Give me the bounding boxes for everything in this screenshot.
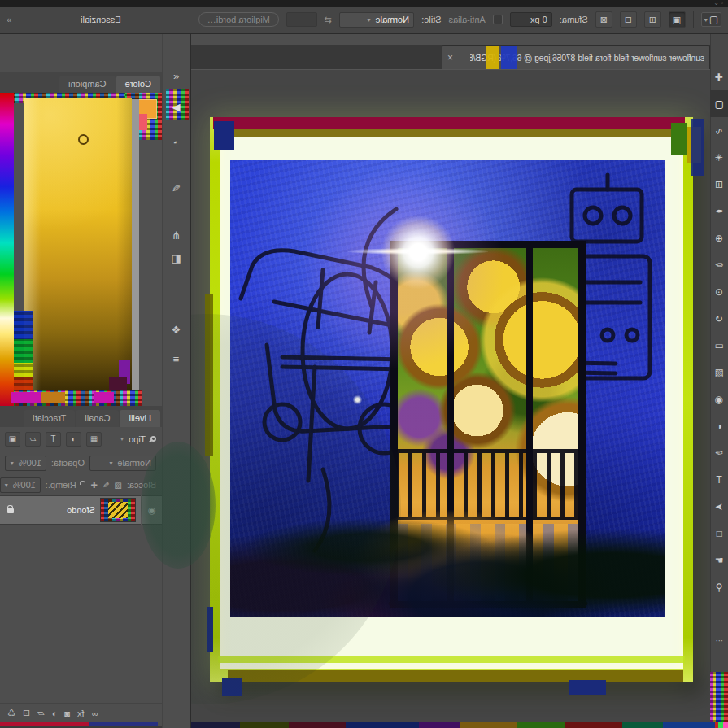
color-picker-glitched[interactable]	[0, 93, 162, 406]
options-bar: ▢ ▾ ▣ ⊞ ⊟ ⊠ Sfuma: 0 px Anti-alias Stile…	[0, 7, 728, 34]
layer-row-sfondo[interactable]: ◉ Sfondo	[0, 495, 162, 525]
adjustment-layer-icon[interactable]: ◑	[52, 708, 58, 718]
add-selection-button[interactable]: ⊞	[644, 11, 661, 28]
document-image-frame[interactable]	[210, 117, 693, 682]
blend-mode-select[interactable]: Normale ▾	[89, 456, 156, 471]
panel-dock: « ▶ ◔ ✎ ⋔ ◧ ❖ ≡ Colore Campioni	[0, 34, 191, 728]
antialias-label: Anti-alias	[449, 15, 486, 24]
dodge-tool[interactable]: ◐	[710, 412, 728, 439]
color-cursor-ring[interactable]	[78, 134, 89, 145]
tab-canali[interactable]: Canali	[76, 410, 119, 427]
hue-spectrum-strip[interactable]	[0, 93, 14, 406]
collapse-dock-icon[interactable]: «	[162, 70, 190, 82]
filter-adjustment-layers-icon[interactable]: ◑	[66, 432, 81, 447]
shape-tool[interactable]: □	[710, 520, 728, 547]
lock-pixels-icon[interactable]: ✎	[102, 481, 109, 490]
close-tab-icon[interactable]: ×	[447, 52, 453, 63]
gradient-tool[interactable]: ▨	[710, 359, 728, 386]
clone-stamp-tool[interactable]: ⊙	[710, 278, 728, 305]
history-brush-tool[interactable]: ↺	[710, 305, 728, 332]
color-swatches-glitch[interactable]	[710, 672, 728, 728]
refine-edge-button[interactable]: Migliora bordi…	[198, 12, 279, 27]
collapsed-panels-strip: « ▶ ◔ ✎ ⋔ ◧ ❖ ≡	[162, 34, 190, 728]
toolbox-more-icon[interactable]: ⋯	[710, 636, 728, 645]
link-layers-icon[interactable]: ∞	[91, 708, 98, 718]
quick-selection-tool[interactable]: ✳	[710, 144, 728, 171]
opacity-input[interactable]: 100% ▾	[5, 456, 46, 471]
filter-shape-layers-icon[interactable]: ▱	[25, 432, 41, 447]
rectangular-marquee-tool[interactable]: ▢	[710, 90, 728, 117]
width-input[interactable]	[286, 12, 317, 27]
intersect-selection-button[interactable]: ⊠	[595, 11, 612, 28]
histogram-panel-icon[interactable]: ⋔	[162, 229, 190, 242]
rectangular-marquee-icon: ▢	[709, 14, 718, 25]
lock-transparency-icon[interactable]: ▨	[114, 481, 121, 490]
lock-position-icon[interactable]: ✚	[91, 481, 98, 490]
layer-mask-icon[interactable]: ◙	[64, 708, 70, 718]
workspace-switcher[interactable]: Essenziali	[81, 15, 121, 24]
tab-campioni[interactable]: Campioni	[59, 76, 115, 93]
layer-effects-icon[interactable]: fx	[77, 708, 85, 718]
pen-tool[interactable]: ✑	[710, 439, 728, 466]
color-panel-tabs: Colore Campioni	[0, 72, 162, 93]
style-select[interactable]: Normale ▾	[339, 12, 414, 28]
glitch-strip-navy	[691, 119, 704, 176]
glitch-block-magenta	[94, 392, 114, 403]
feather-label: Sfuma:	[560, 15, 588, 24]
tool-preset[interactable]: ▢ ▾	[701, 12, 721, 27]
swap-width-height-icon[interactable]: ⇄	[325, 15, 332, 25]
new-selection-button[interactable]: ▣	[669, 11, 686, 28]
navigator-panel-icon[interactable]: ❖	[162, 324, 190, 336]
eyedropper-tool[interactable]: ✒	[710, 198, 728, 225]
saturation-brightness-field[interactable]	[24, 98, 132, 390]
fill-input[interactable]: 100% ▾	[0, 477, 41, 493]
layer-name[interactable]: Sfondo	[67, 505, 95, 515]
filter-pixel-layers-icon[interactable]: ▦	[86, 432, 102, 447]
color-panel: Colore Campioni	[0, 72, 162, 406]
move-tool[interactable]: ✚	[710, 63, 728, 90]
glitch-bar-olive-bottom	[228, 670, 683, 682]
new-group-icon[interactable]: ▱	[37, 708, 44, 718]
styles-panel-icon[interactable]: ✎	[162, 182, 190, 194]
expand-panel-arrow-icon[interactable]: ▶	[162, 101, 190, 113]
filter-kind-label[interactable]: Tipo	[129, 434, 146, 444]
antialias-checkbox[interactable]	[493, 15, 503, 24]
tab-tracciati[interactable]: Tracciati	[24, 410, 75, 427]
frame-lime-stripe	[218, 656, 685, 663]
eraser-tool[interactable]: ▭	[710, 332, 728, 359]
canvas-area[interactable]	[191, 69, 710, 728]
chevron-down-icon: ▾	[120, 435, 124, 442]
blur-tool[interactable]: ◉	[710, 386, 728, 412]
subtract-selection-button[interactable]: ⊟	[620, 11, 637, 28]
lasso-tool[interactable]: ∿	[710, 117, 728, 144]
feather-input[interactable]: 0 px	[510, 12, 552, 27]
layers-empty-area	[0, 525, 162, 703]
healing-brush-tool[interactable]: ⊕	[710, 225, 728, 251]
type-tool[interactable]: T	[710, 466, 728, 493]
glitch-strip-bottom	[191, 722, 728, 728]
delete-layer-icon[interactable]: ♺	[7, 708, 15, 718]
layer-thumbnail-glitched[interactable]	[100, 498, 136, 522]
adjustments-panel-icon[interactable]: ◔	[162, 137, 190, 149]
glitch-block-yellow	[486, 46, 499, 69]
brush-tool[interactable]: ✏	[710, 251, 728, 278]
info-panel-icon[interactable]: ◧	[162, 252, 190, 264]
crop-tool[interactable]: ⊞	[710, 171, 728, 198]
glitch-strip-navy	[207, 607, 213, 652]
chevron-down-icon: ▾	[109, 460, 112, 467]
glitch-block-orange	[41, 392, 65, 403]
new-layer-icon[interactable]: ⊡	[23, 708, 30, 718]
blend-mode-row: Normale ▾ Opacità: 100% ▾	[0, 451, 162, 474]
hand-tool[interactable]: ☛	[710, 547, 728, 573]
zoom-tool[interactable]: ⚲	[710, 573, 728, 600]
filter-type-layers-icon[interactable]: T	[46, 432, 61, 447]
background-lock-icon	[0, 505, 14, 515]
path-selection-tool[interactable]: ➤	[710, 493, 728, 520]
more-options-chevron[interactable]: »	[7, 15, 11, 24]
tab-colore[interactable]: Colore	[116, 76, 160, 93]
tab-livelli[interactable]: Livelli	[120, 410, 160, 427]
document-tab[interactable]: sunflower-sunflower-field-flora-field-87…	[442, 45, 710, 69]
filter-smart-objects-icon[interactable]: ▣	[5, 432, 20, 447]
layers-panel-tabs: Livelli Canali Tracciati	[0, 406, 162, 427]
properties-panel-icon[interactable]: ≡	[162, 353, 190, 365]
